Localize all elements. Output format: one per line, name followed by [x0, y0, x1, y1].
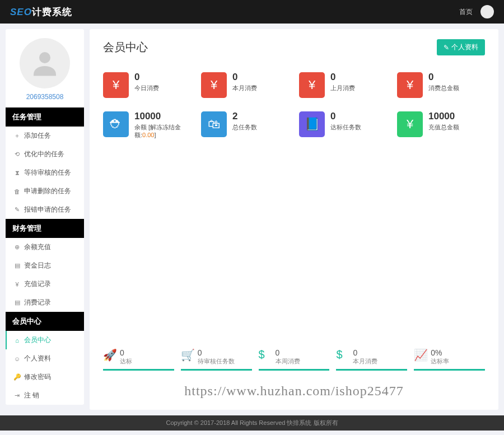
bottom-stat-label: 达标 — [120, 357, 132, 366]
menu-item[interactable]: ☺个人资料 — [6, 349, 84, 368]
menu-label: 申请删除的任务 — [24, 186, 71, 196]
bottom-stat-icon: $ — [336, 348, 348, 361]
menu-label: 会员中心 — [24, 335, 51, 345]
stat-value: 0 — [428, 72, 459, 83]
menu-label: 资金日志 — [24, 261, 51, 270]
menu-item[interactable]: ✎报错申请的任务 — [6, 200, 84, 219]
menu-icon: 🗑 — [13, 188, 21, 195]
menu-icon: ⟲ — [13, 151, 21, 158]
menu-item[interactable]: ¥充值记录 — [6, 275, 84, 293]
stat-icon: ¥ — [299, 72, 325, 98]
bottom-stat-value: 0 — [120, 348, 132, 357]
stat-label: 充值总金额 — [428, 123, 459, 131]
menu-label: 个人资料 — [24, 354, 51, 363]
stat-card: ¥0消费总金额 — [397, 72, 485, 98]
bottom-stat: 📈0%达标率 — [414, 348, 485, 371]
menu-icon: ⇥ — [13, 392, 21, 399]
topbar: SEO计费系统 首页 — [0, 0, 504, 24]
nav-home[interactable]: 首页 — [459, 7, 473, 17]
bottom-stat-value: 0 — [353, 348, 377, 357]
menu-icon: ▤ — [13, 262, 21, 269]
menu-item[interactable]: ⟲优化中的任务 — [6, 145, 84, 163]
stat-value: 0 — [232, 72, 257, 83]
menu-item[interactable]: 🗑申请删除的任务 — [6, 182, 84, 200]
bottom-stat: 🚀0达标 — [103, 348, 174, 371]
stats-row-2: ⛑10000余额 [解冻冻结金额:0.00]🛍2总任务数📘0达标任务数¥1000… — [103, 111, 485, 139]
bottom-stat-icon: 🚀 — [103, 348, 115, 362]
stat-value: 10000 — [428, 111, 459, 122]
stat-card: ¥0上月消费 — [299, 72, 387, 98]
menu-icon: ▤ — [13, 299, 21, 306]
stat-label: 消费总金额 — [428, 84, 459, 92]
stat-value: 10000 — [134, 111, 191, 122]
bottom-stat-icon: $ — [259, 348, 271, 361]
stat-label: 本月消费 — [232, 84, 257, 92]
menu-icon: ⧗ — [13, 169, 21, 176]
menu-header: 任务管理 — [6, 107, 84, 127]
stat-label: 今日消费 — [134, 84, 159, 92]
stat-card: 📘0达标任务数 — [299, 111, 387, 139]
menu-icon: ✎ — [13, 206, 21, 213]
stat-label: 总任务数 — [232, 123, 257, 131]
menu-item[interactable]: ⇥注 销 — [6, 386, 84, 405]
stat-icon: ¥ — [201, 72, 227, 98]
bottom-stat-value: 0 — [198, 348, 235, 357]
stat-card: 🛍2总任务数 — [201, 111, 289, 139]
stat-icon: ⛑ — [103, 111, 129, 137]
bottom-stat-value: 0% — [431, 348, 449, 357]
stat-icon: ¥ — [397, 111, 423, 137]
bottom-stat: $0本月消费 — [336, 348, 407, 371]
stat-label: 上月消费 — [330, 84, 355, 92]
bottom-stat-label: 本月消费 — [353, 357, 377, 366]
bottom-stat-icon: 📈 — [414, 348, 426, 362]
bottom-stat: $0本周消费 — [259, 348, 330, 371]
bottom-stat-icon: 🛒 — [181, 348, 193, 362]
menu-item[interactable]: ＋添加任务 — [6, 127, 84, 145]
menu-label: 修改密码 — [24, 372, 51, 382]
menu-label: 报错申请的任务 — [24, 205, 71, 214]
stat-label: 余额 [解冻冻结金额:0.00] — [134, 123, 191, 139]
bottom-stat-label: 本周消费 — [276, 357, 300, 366]
bottom-stat-label: 待审核任务数 — [198, 357, 235, 366]
menu-item[interactable]: ▤消费记录 — [6, 293, 84, 312]
stat-icon: 🛍 — [201, 111, 227, 137]
main-panel: 会员中心 ✎ 个人资料 ¥0今日消费¥0本月消费¥0上月消费¥0消费总金额 ⛑1… — [90, 29, 498, 410]
menu-icon: ＋ — [13, 132, 21, 140]
stat-value: 0 — [134, 72, 159, 83]
stat-card: ¥10000充值总金额 — [397, 111, 485, 139]
stat-card: ⛑10000余额 [解冻冻结金额:0.00] — [103, 111, 191, 139]
username[interactable]: 2069358508 — [6, 93, 84, 101]
logo: SEO计费系统 — [10, 6, 72, 18]
menu-label: 消费记录 — [24, 298, 51, 307]
menu-label: 余额充值 — [24, 242, 51, 252]
stat-icon: ¥ — [103, 72, 129, 98]
menu-item[interactable]: 🔑修改密码 — [6, 368, 84, 386]
bottom-stat: 🛒0待审核任务数 — [181, 348, 252, 371]
edit-profile-button[interactable]: ✎ 个人资料 — [437, 39, 485, 55]
avatar-small[interactable] — [480, 5, 494, 18]
menu-item[interactable]: ⊕余额充值 — [6, 238, 84, 256]
menu-label: 注 销 — [24, 391, 39, 400]
menu-label: 添加任务 — [24, 131, 51, 141]
menu-icon: ¥ — [13, 281, 21, 288]
menu-item[interactable]: ⧗等待审核的任务 — [6, 163, 84, 182]
avatar-big — [20, 38, 70, 88]
menu-item[interactable]: ▤资金日志 — [6, 256, 84, 275]
menu-item[interactable]: ⌂会员中心 — [6, 331, 84, 349]
bottom-stats: 🚀0达标🛒0待审核任务数$0本周消费$0本月消费📈0%达标率 — [103, 348, 485, 371]
bottom-stat-value: 0 — [276, 348, 300, 357]
menu-header: 会员中心 — [6, 312, 84, 331]
page-title: 会员中心 — [103, 40, 148, 55]
menu-icon: ☺ — [13, 356, 21, 362]
stat-icon: ¥ — [397, 72, 423, 98]
footer: Copyright © 2017-2018 All Rights Reserve… — [0, 415, 504, 431]
menu-header: 财务管理 — [6, 219, 84, 238]
menu-icon: ⌂ — [13, 337, 21, 344]
menu-label: 充值记录 — [24, 279, 51, 289]
menu-label: 优化中的任务 — [24, 149, 64, 159]
svg-point-0 — [39, 52, 50, 63]
stat-label: 达标任务数 — [330, 123, 361, 131]
pencil-icon: ✎ — [444, 44, 449, 52]
stat-value: 0 — [330, 72, 355, 83]
stat-card: ¥0本月消费 — [201, 72, 289, 98]
